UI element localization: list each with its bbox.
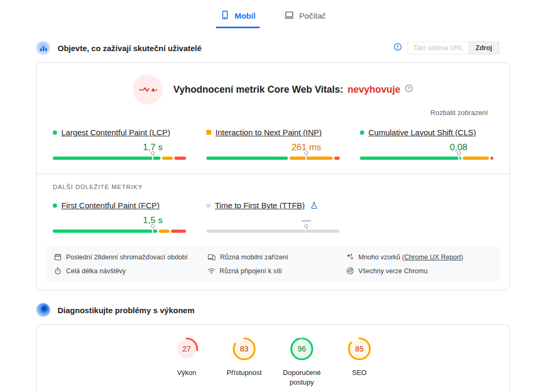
- gauge-accessibility[interactable]: 83 Přístupnost: [215, 337, 273, 387]
- svg-text:27: 27: [182, 345, 191, 353]
- cwv-heading-row: Vyhodnocení metrik Core Web Vitals: nevy…: [37, 63, 509, 104]
- lcp-p75-marker: [151, 151, 155, 155]
- field-data-icon: [36, 41, 50, 55]
- fcp-distribution-bar: [53, 230, 186, 233]
- tab-desktop-label: Počítač: [299, 11, 326, 20]
- devices-icon: [207, 253, 216, 261]
- inp-distribution-bar: [206, 157, 340, 160]
- cls-segment-avg: [463, 157, 489, 160]
- gauge-best-practices[interactable]: 96 Doporučené postupy: [273, 337, 331, 387]
- help-icon[interactable]: ?: [405, 84, 413, 95]
- category-gauges: 27 Výkon 83 Přístupnost 96 Doporučené po…: [37, 325, 509, 387]
- wifi-icon: [207, 267, 215, 275]
- lab-section-header: Diagnostikujte problémy s výkonem: [36, 303, 510, 317]
- cls-distribution-bar: [360, 157, 493, 160]
- card-divider: [37, 174, 509, 174]
- fcp-segment-avg: [159, 230, 170, 233]
- gauge-seo-ring: 85: [347, 337, 372, 361]
- footer-item-text: Celá délka návštěvy: [66, 267, 126, 275]
- footer-item: Různá mobilní zařízení: [207, 253, 346, 261]
- cls-segment-poor: [491, 157, 493, 160]
- phone-icon: [220, 10, 230, 21]
- stopwatch-icon: [54, 267, 62, 275]
- svg-text:85: 85: [355, 345, 364, 353]
- gauge-performance-ring: 27: [174, 337, 199, 361]
- footer-item-text: Poslední 28denní shromažďovací období: [66, 254, 188, 261]
- cls-p75-marker: [457, 151, 461, 155]
- ttfb-p75-marker: [304, 224, 308, 228]
- samples-icon: [346, 253, 354, 261]
- inp-p75-marker: [304, 151, 308, 155]
- diagnose-icon: [36, 303, 50, 317]
- laptop-icon: [284, 10, 294, 21]
- tab-desktop[interactable]: Počítač: [280, 7, 330, 28]
- experiment-flask-icon: [310, 202, 318, 209]
- gauge-best-practices-label: Doporučené postupy: [273, 368, 331, 387]
- fcp-segment-poor: [171, 230, 186, 233]
- footer-item: Poslední 28denní shromažďovací období: [54, 253, 207, 261]
- lcp-segment-poor: [174, 157, 186, 160]
- footer-item: Všechny verze Chromu: [346, 267, 492, 275]
- lab-section-title: Diagnostikujte problémy s výkonem: [58, 306, 195, 315]
- inp-link[interactable]: Interaction to Next Paint (INP): [215, 128, 322, 137]
- gauge-seo[interactable]: 85 SEO: [331, 337, 388, 387]
- lcp-segment-avg: [162, 157, 173, 160]
- fcp-link[interactable]: First Contentful Paint (FCP): [61, 201, 159, 210]
- gauge-seo-label: SEO: [331, 368, 388, 378]
- lcp-link[interactable]: Largest Contentful Paint (LCP): [61, 128, 170, 137]
- gauge-performance-label: Výkon: [158, 368, 215, 378]
- calendar-icon: [54, 253, 62, 261]
- footer-item-text: Různá mobilní zařízení: [220, 254, 288, 261]
- svg-text:96: 96: [298, 345, 306, 353]
- pagespeed-insights-page: Mobil Počítač Objevte, co zažívají skute…: [0, 0, 546, 392]
- cls-link[interactable]: Cumulative Layout Shift (CLS): [368, 128, 476, 137]
- tab-mobile[interactable]: Mobil: [216, 7, 260, 28]
- ttfb-link[interactable]: Time to First Byte (TTFB): [215, 201, 305, 210]
- metric-ttfb: Time to First Byte (TTFB)—: [206, 201, 340, 233]
- metric-cls: Cumulative Layout Shift (CLS)0,08: [360, 128, 493, 160]
- field-section-title: Objevte, co zažívají skuteční uživatelé: [58, 44, 202, 53]
- other-metrics-label: DALŠÍ DŮLEŽITÉ METRIKY: [53, 184, 509, 190]
- inp-segment-poor: [334, 157, 340, 160]
- footer-item: Různá připojení k síti: [207, 267, 346, 275]
- device-tabbar: Mobil Počítač: [0, 0, 546, 28]
- metric-fcp: First Contentful Paint (FCP)1,5 s: [53, 201, 186, 233]
- gauge-performance[interactable]: 27 Výkon: [158, 337, 215, 387]
- this-url-button[interactable]: Tato adresa URL: [407, 42, 469, 54]
- lab-report-card: 27 Výkon 83 Přístupnost 96 Doporučené po…: [36, 324, 510, 392]
- footer-item: Mnoho vzorků (Chrome UX Report): [346, 253, 492, 261]
- fcp-segment-good: [53, 230, 157, 233]
- other-metrics: First Contentful Paint (FCP)1,5 sTime to…: [37, 190, 509, 233]
- lcp-status-marker: [53, 130, 57, 135]
- cls-segment-good: [360, 157, 461, 160]
- cwv-fail-icon: [133, 75, 163, 104]
- crux-report-link[interactable]: Chrome UX Report: [404, 254, 461, 261]
- url-scope-toggle: Tato adresa URL Zdroj: [407, 42, 499, 54]
- cwv-heading-text: Vyhodnocení metrik Core Web Vitals:: [173, 84, 343, 95]
- ttfb-distribution-bar: [206, 230, 340, 233]
- svg-text:?: ?: [407, 86, 410, 91]
- footer-item-text: Mnoho vzorků (Chrome UX Report): [358, 254, 463, 261]
- origin-button[interactable]: Zdroj: [469, 42, 499, 54]
- expand-view-link[interactable]: Rozbalit zobrazení: [430, 109, 488, 117]
- ttfb-status-marker: [206, 203, 211, 208]
- expand-row: Rozbalit zobrazení: [58, 108, 488, 117]
- metric-inp: Interaction to Next Paint (INP)261 ms: [206, 128, 340, 160]
- core-web-vitals-metrics: Largest Contentful Paint (LCP)1,7 sInter…: [37, 117, 509, 160]
- cls-status-marker: [360, 130, 364, 135]
- lcp-distribution-bar: [53, 157, 186, 160]
- fcp-status-marker: [53, 203, 57, 208]
- inp-segment-good: [206, 157, 288, 160]
- field-section-header: Objevte, co zažívají skuteční uživatelé …: [36, 41, 510, 55]
- footer-item-text: Všechny verze Chromu: [358, 267, 428, 275]
- footer-item-text: Různá připojení k síti: [220, 267, 282, 275]
- info-icon[interactable]: [394, 43, 402, 53]
- inp-status-marker: [206, 130, 211, 135]
- gauge-accessibility-label: Přístupnost: [215, 368, 273, 378]
- svg-text:83: 83: [240, 345, 248, 353]
- metric-lcp: Largest Contentful Paint (LCP)1,7 s: [53, 128, 186, 160]
- footer-item: Celá délka návštěvy: [54, 267, 207, 275]
- tab-mobile-label: Mobil: [235, 11, 255, 20]
- gauge-best-practices-ring: 96: [290, 337, 314, 361]
- gauge-accessibility-ring: 83: [232, 337, 256, 361]
